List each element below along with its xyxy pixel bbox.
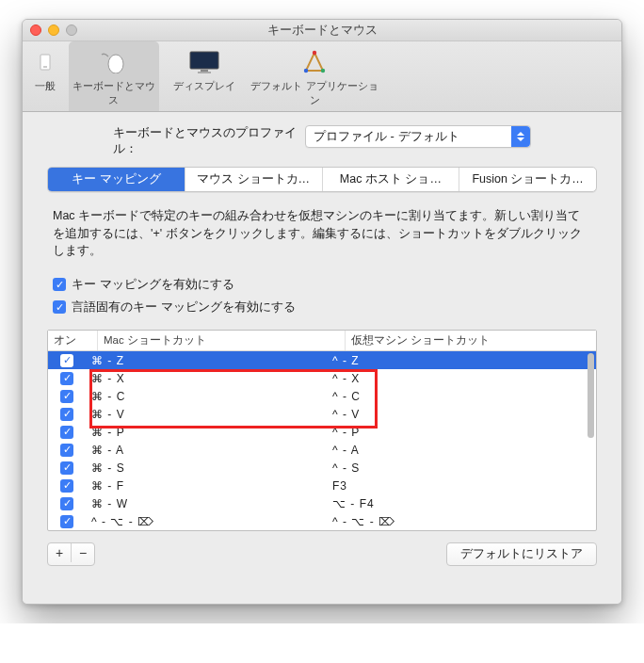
tab-fusion-shortcuts[interactable]: Fusion ショートカ… bbox=[459, 168, 596, 191]
row-vm-shortcut: ^ - Z bbox=[327, 354, 596, 367]
toolbar-display[interactable]: ディスプレイ bbox=[159, 41, 250, 111]
col-vm[interactable]: 仮想マシン ショートカット bbox=[346, 331, 596, 350]
table-row[interactable]: ✓⌘ - S^ - S bbox=[48, 459, 596, 477]
row-checkbox[interactable]: ✓ bbox=[60, 408, 73, 421]
row-vm-shortcut: F3 bbox=[327, 479, 596, 493]
row-mac-shortcut: ⌘ - C bbox=[86, 390, 327, 403]
svg-rect-5 bbox=[198, 72, 211, 73]
toolbar-keyboard-mouse[interactable]: キーボードとマウス bbox=[69, 41, 159, 111]
tabs: キー マッピング マウス ショートカ… Mac ホスト ショ… Fusion シ… bbox=[47, 167, 597, 192]
svg-point-7 bbox=[321, 69, 325, 73]
svg-point-8 bbox=[304, 69, 308, 73]
remove-button[interactable]: − bbox=[72, 543, 94, 562]
row-mac-shortcut: ⌘ - S bbox=[86, 461, 327, 475]
window-title: キーボードとマウス bbox=[23, 22, 621, 39]
toolbar-label: キーボードとマウス bbox=[69, 79, 158, 107]
row-checkbox[interactable]: ✓ bbox=[60, 372, 73, 385]
scroll-thumb[interactable] bbox=[588, 353, 594, 438]
profile-row: キーボードとマウスのプロファイル： プロファイル - デフォルト bbox=[47, 121, 597, 167]
checkbox-label: キー マッピングを有効にする bbox=[72, 276, 234, 293]
restore-defaults-button[interactable]: デフォルトにリストア bbox=[446, 542, 597, 566]
profile-dropdown[interactable]: プロファイル - デフォルト bbox=[305, 125, 531, 148]
content: キーボードとマウスのプロファイル： プロファイル - デフォルト キー マッピン… bbox=[23, 112, 621, 604]
row-vm-shortcut: ^ - S bbox=[327, 461, 596, 475]
add-remove: + − bbox=[47, 542, 95, 566]
table-row[interactable]: ✓⌘ - W⌥ - F4 bbox=[48, 494, 596, 512]
checkbox-icon: ✓ bbox=[53, 300, 66, 314]
table-body: ✓⌘ - Z^ - Z✓⌘ - X^ - X✓⌘ - C^ - C✓⌘ - V^… bbox=[48, 351, 596, 530]
row-checkbox[interactable]: ✓ bbox=[60, 354, 73, 367]
enable-language-mapping-row[interactable]: ✓ 言語固有のキー マッピングを有効にする bbox=[47, 296, 597, 318]
tab-mac-host-shortcuts[interactable]: Mac ホスト ショ… bbox=[323, 168, 460, 191]
row-mac-shortcut: ⌘ - W bbox=[86, 497, 327, 510]
svg-point-6 bbox=[313, 51, 316, 55]
row-vm-shortcut: ^ - ⌥ - ⌦ bbox=[327, 515, 596, 528]
svg-rect-1 bbox=[43, 66, 47, 68]
toolbar-general[interactable]: 一般 bbox=[23, 41, 69, 111]
titlebar: キーボードとマウス bbox=[23, 20, 621, 41]
table-row[interactable]: ✓⌘ - A^ - A bbox=[48, 441, 596, 459]
row-mac-shortcut: ⌘ - V bbox=[86, 408, 327, 421]
display-icon bbox=[159, 47, 249, 77]
row-vm-shortcut: ^ - A bbox=[327, 444, 596, 457]
row-vm-shortcut: ⌥ - F4 bbox=[327, 497, 596, 510]
tab-key-mapping[interactable]: キー マッピング bbox=[48, 168, 185, 191]
table-row[interactable]: ✓⌘ - Z^ - Z bbox=[48, 351, 596, 369]
table-row[interactable]: ✓⌘ - P^ - P bbox=[48, 423, 596, 441]
row-checkbox[interactable]: ✓ bbox=[60, 479, 73, 493]
row-mac-shortcut: ⌘ - F bbox=[86, 479, 327, 493]
row-checkbox[interactable]: ✓ bbox=[60, 461, 73, 475]
row-vm-shortcut: ^ - P bbox=[327, 426, 596, 439]
checkbox-label: 言語固有のキー マッピングを有効にする bbox=[72, 299, 296, 315]
table-row[interactable]: ✓⌘ - FF3 bbox=[48, 477, 596, 494]
table-row[interactable]: ✓⌘ - V^ - V bbox=[48, 405, 596, 423]
table-header: オン Mac ショートカット 仮想マシン ショートカット bbox=[48, 331, 596, 351]
mapping-table: オン Mac ショートカット 仮想マシン ショートカット ✓⌘ - Z^ - Z… bbox=[47, 330, 597, 531]
toolbar-label: 一般 bbox=[23, 79, 68, 93]
row-mac-shortcut: ⌘ - Z bbox=[86, 354, 327, 367]
toolbar-label: デフォルト アプリケーション bbox=[250, 79, 379, 107]
toolbar: 一般 キーボードとマウス ディスプレイ デフォルト アプリケーション bbox=[23, 41, 621, 112]
description-text: Mac キーボードで特定のキーの組み合わせを仮想マシンのキーに割り当てます。新し… bbox=[47, 207, 597, 273]
row-checkbox[interactable]: ✓ bbox=[60, 444, 73, 457]
row-checkbox[interactable]: ✓ bbox=[60, 390, 73, 403]
row-checkbox[interactable]: ✓ bbox=[60, 515, 73, 528]
profile-value: プロファイル - デフォルト bbox=[314, 128, 459, 145]
svg-rect-3 bbox=[190, 52, 218, 69]
row-mac-shortcut: ⌘ - P bbox=[86, 426, 327, 439]
col-on[interactable]: オン bbox=[48, 331, 98, 350]
apps-icon bbox=[250, 47, 379, 77]
scrollbar[interactable] bbox=[587, 353, 594, 528]
mouse-icon bbox=[69, 47, 158, 77]
footer: + − デフォルトにリストア bbox=[47, 542, 597, 566]
row-vm-shortcut: ^ - C bbox=[327, 390, 596, 403]
toolbar-default-apps[interactable]: デフォルト アプリケーション bbox=[250, 41, 380, 111]
table-row[interactable]: ✓⌘ - X^ - X bbox=[48, 369, 596, 387]
svg-point-2 bbox=[108, 55, 123, 73]
row-mac-shortcut: ⌘ - A bbox=[86, 444, 327, 457]
enable-key-mapping-row[interactable]: ✓ キー マッピングを有効にする bbox=[47, 273, 597, 296]
row-checkbox[interactable]: ✓ bbox=[60, 497, 73, 510]
row-checkbox[interactable]: ✓ bbox=[60, 426, 73, 439]
dropdown-arrows-icon bbox=[511, 126, 530, 147]
general-icon bbox=[23, 47, 68, 77]
checkbox-icon: ✓ bbox=[53, 278, 66, 291]
table-row[interactable]: ✓^ - ⌥ - ⌦^ - ⌥ - ⌦ bbox=[48, 512, 596, 530]
tab-mouse-shortcuts[interactable]: マウス ショートカ… bbox=[185, 168, 323, 191]
table-row[interactable]: ✓⌘ - C^ - C bbox=[48, 387, 596, 405]
toolbar-label: ディスプレイ bbox=[159, 79, 249, 93]
col-mac[interactable]: Mac ショートカット bbox=[98, 331, 346, 350]
profile-label: キーボードとマウスのプロファイル： bbox=[113, 125, 301, 157]
add-button[interactable]: + bbox=[48, 543, 72, 562]
svg-rect-4 bbox=[201, 70, 208, 72]
row-vm-shortcut: ^ - V bbox=[327, 408, 596, 421]
preferences-window: キーボードとマウス 一般 キーボードとマウス ディスプレイ デフォルト アプリケ… bbox=[22, 19, 622, 605]
row-mac-shortcut: ^ - ⌥ - ⌦ bbox=[86, 515, 327, 528]
row-mac-shortcut: ⌘ - X bbox=[86, 372, 327, 385]
row-vm-shortcut: ^ - X bbox=[327, 372, 596, 385]
